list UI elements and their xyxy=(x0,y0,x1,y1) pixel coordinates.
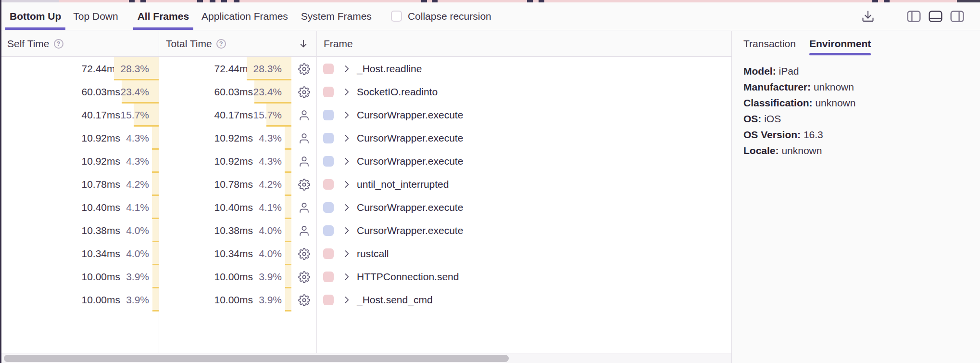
horizontal-scrollbar[interactable] xyxy=(0,353,731,363)
collapse-recursion-checkbox[interactable] xyxy=(391,11,402,22)
chevron-right-icon[interactable] xyxy=(342,180,352,189)
table-row[interactable]: 10.38ms 4.0% 10.38ms 4.0% xyxy=(0,219,731,242)
self-time-value: 10.40ms xyxy=(0,202,120,213)
frame-color-swatch xyxy=(323,225,334,236)
tab-system-frames[interactable]: System Frames xyxy=(301,2,372,30)
self-time-header-label: Self Time xyxy=(7,38,50,50)
table-row[interactable]: 10.34ms 4.0% 10.34ms 4.0% xyxy=(0,242,731,265)
dock-left-icon[interactable] xyxy=(906,10,921,23)
chevron-right-icon[interactable] xyxy=(342,64,352,74)
tab-transaction[interactable]: Transaction xyxy=(743,31,796,57)
table-row[interactable]: 10.00ms 3.9% 10.00ms 3.9% xyxy=(0,265,731,288)
total-time-value: 10.38ms xyxy=(159,225,253,236)
chevron-right-icon[interactable] xyxy=(342,133,352,143)
column-header-total-time[interactable]: Total Time ? xyxy=(159,31,316,56)
self-time-percent: 23.4% xyxy=(120,80,159,104)
user-icon xyxy=(298,202,310,214)
frame-name: CursorWrapper.execute xyxy=(357,225,463,236)
frame-name: SocketIO.readinto xyxy=(357,86,438,98)
frame-color-swatch xyxy=(323,64,334,74)
help-icon[interactable]: ? xyxy=(216,39,226,49)
frame-cell: rustcall xyxy=(316,242,731,265)
gear-icon xyxy=(298,63,310,75)
collapse-recursion-control[interactable]: Collapse recursion xyxy=(391,11,491,22)
column-header-frame[interactable]: Frame xyxy=(316,31,731,56)
dock-bottom-icon[interactable] xyxy=(928,10,943,23)
chevron-right-icon[interactable] xyxy=(342,249,352,259)
self-time-cell: 10.34ms 4.0% xyxy=(0,242,159,265)
table-row[interactable]: 10.92ms 4.3% 10.92ms 4.3% xyxy=(0,150,731,173)
frame-color-swatch xyxy=(323,110,334,120)
total-time-cell: 10.38ms 4.0% xyxy=(159,219,316,242)
self-time-cell: 10.92ms 4.3% xyxy=(0,127,159,150)
chevron-right-icon[interactable] xyxy=(342,156,352,166)
chevron-right-icon[interactable] xyxy=(342,226,352,235)
pane-left-divider[interactable] xyxy=(0,0,1,363)
gear-icon xyxy=(298,294,310,306)
scrollbar-thumb[interactable] xyxy=(4,355,509,362)
table-body[interactable]: 72.44ms 28.3% 72.44ms 28.3% xyxy=(0,57,731,353)
total-time-cell: 10.00ms 3.9% xyxy=(159,288,316,311)
gear-icon xyxy=(298,271,310,283)
total-time-cell: 72.44ms 28.3% xyxy=(159,57,316,80)
sort-descending-icon[interactable] xyxy=(298,39,309,49)
frame-table: Self Time ? Total Time ? Frame 72.44ms xyxy=(0,31,731,363)
frame-name: until_not_interrupted xyxy=(357,179,449,190)
chevron-right-icon[interactable] xyxy=(342,110,352,120)
self-time-value: 10.00ms xyxy=(0,271,120,283)
column-header-self-time[interactable]: Self Time ? xyxy=(0,31,159,56)
environment-row: OS Version: 16.3 xyxy=(743,127,968,143)
minimap-mark xyxy=(140,0,146,2)
flamegraph-minimap[interactable] xyxy=(0,0,980,2)
self-time-cell: 10.40ms 4.1% xyxy=(0,196,159,219)
self-time-value: 10.92ms xyxy=(0,156,120,167)
frame-cell: CursorWrapper.execute xyxy=(316,150,731,173)
table-row[interactable]: 10.92ms 4.3% 10.92ms 4.3% xyxy=(0,127,731,150)
tab-top-down[interactable]: Top Down xyxy=(73,2,118,30)
self-time-percent: 3.9% xyxy=(120,288,159,311)
total-time-value: 10.00ms xyxy=(159,271,253,283)
table-row[interactable]: 10.00ms 3.9% 10.00ms 3.9% xyxy=(0,288,731,311)
self-time-cell: 60.03ms 23.4% xyxy=(0,80,159,104)
self-time-value: 10.38ms xyxy=(0,225,120,236)
chevron-right-icon[interactable] xyxy=(342,272,352,282)
minimap-mark xyxy=(221,0,227,2)
toolbar-icon-group xyxy=(861,10,965,23)
help-icon[interactable]: ? xyxy=(54,39,63,49)
frame-cell: CursorWrapper.execute xyxy=(316,104,731,127)
self-time-cell: 72.44ms 28.3% xyxy=(0,57,159,80)
self-time-percent: 15.7% xyxy=(120,104,159,127)
frame-cell: CursorWrapper.execute xyxy=(316,127,731,150)
column-divider[interactable] xyxy=(159,31,159,353)
download-icon[interactable] xyxy=(861,10,875,23)
total-time-value: 60.03ms xyxy=(159,86,253,98)
total-time-value: 10.92ms xyxy=(159,132,253,144)
table-row[interactable]: 60.03ms 23.4% 60.03ms 23.4% xyxy=(0,80,731,104)
frame-cell: CursorWrapper.execute xyxy=(316,196,731,219)
table-row[interactable]: 10.40ms 4.1% 10.40ms 4.1% xyxy=(0,196,731,219)
tab-bottom-up[interactable]: Bottom Up xyxy=(10,2,61,30)
chevron-right-icon[interactable] xyxy=(342,87,352,97)
frame-cell: _Host.send_cmd xyxy=(316,288,731,311)
tab-application-frames[interactable]: Application Frames xyxy=(201,2,288,30)
collapse-recursion-label: Collapse recursion xyxy=(408,11,491,22)
frame-name: _Host.send_cmd xyxy=(357,294,433,306)
column-divider[interactable] xyxy=(316,31,317,353)
total-time-percent: 4.3% xyxy=(253,127,291,150)
table-row[interactable]: 72.44ms 28.3% 72.44ms 28.3% xyxy=(0,57,731,80)
frame-cell: CursorWrapper.execute xyxy=(316,219,731,242)
self-time-value: 10.92ms xyxy=(0,132,120,144)
table-row[interactable]: 10.78ms 4.2% 10.78ms 4.2% xyxy=(0,173,731,196)
chevron-right-icon[interactable] xyxy=(342,295,352,305)
self-time-value: 10.78ms xyxy=(0,179,120,190)
tab-environment[interactable]: Environment xyxy=(809,31,871,57)
total-time-value: 10.00ms xyxy=(159,294,253,306)
total-time-cell: 10.34ms 4.0% xyxy=(159,242,316,265)
dock-right-icon[interactable] xyxy=(950,10,965,23)
table-header: Self Time ? Total Time ? Frame xyxy=(0,31,731,57)
table-row[interactable]: 40.17ms 15.7% 40.17ms 15.7% xyxy=(0,104,731,127)
gear-icon xyxy=(298,179,310,191)
chevron-right-icon[interactable] xyxy=(342,203,352,212)
self-time-value: 10.34ms xyxy=(0,248,120,259)
tab-all-frames[interactable]: All Frames xyxy=(138,2,189,30)
